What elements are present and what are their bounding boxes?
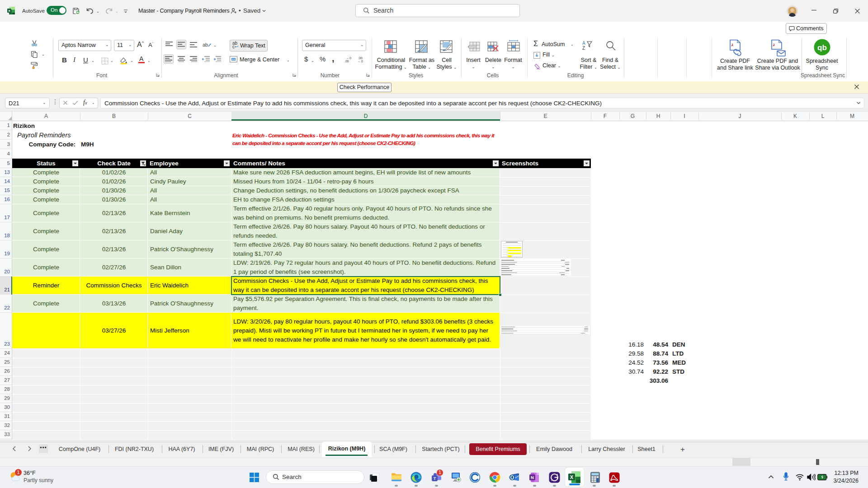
svg-text:T: T — [434, 476, 436, 481]
svg-text:X: X — [570, 474, 574, 480]
svg-text:x: x — [8, 9, 10, 13]
svg-text:λ: λ — [731, 42, 733, 47]
svg-text:λ: λ — [773, 42, 775, 47]
svg-text:.00: .00 — [358, 56, 363, 60]
svg-text:N: N — [531, 475, 534, 480]
svg-text:qb: qb — [817, 43, 827, 52]
svg-text:ab: ab — [203, 42, 208, 47]
svg-text:A: A — [582, 41, 585, 46]
svg-text:←0: ←0 — [346, 56, 351, 60]
svg-text:→.0: →.0 — [357, 60, 363, 63]
svg-text:.00: .00 — [344, 60, 349, 63]
svg-text:Z: Z — [582, 46, 585, 51]
